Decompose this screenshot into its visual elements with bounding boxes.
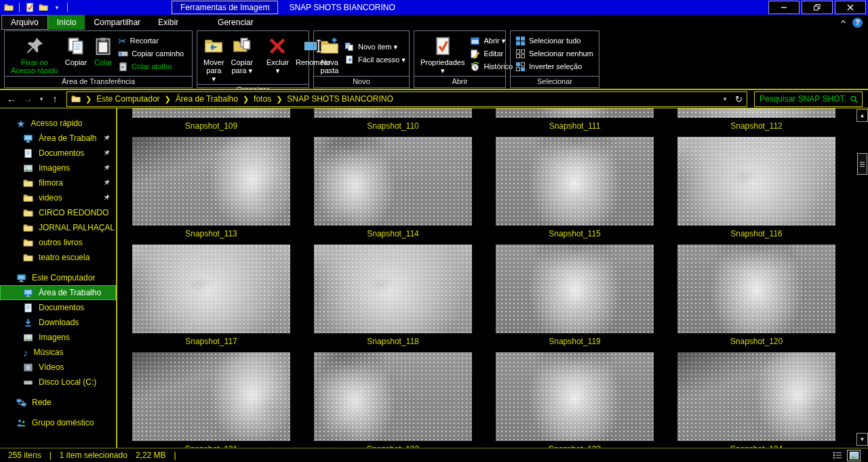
refresh-icon[interactable]: ↻ <box>735 94 743 104</box>
file-thumbnail[interactable] <box>496 108 654 118</box>
forward-button[interactable]: → <box>20 93 35 104</box>
minimize-button[interactable] <box>768 1 800 14</box>
tab-gerenciar[interactable]: Gerenciar <box>209 15 262 30</box>
vertical-scrollbar[interactable]: ▲ ▼ <box>856 108 868 448</box>
sidebar-section-computer[interactable]: Este Computador <box>0 270 116 285</box>
scrollbar-thumb[interactable] <box>857 153 867 175</box>
sidebar-section-star[interactable]: ★Acesso rápido <box>0 116 116 131</box>
ribbon-button-open[interactable]: Abrir ▾ <box>470 36 513 46</box>
file-thumbnail[interactable] <box>132 352 290 441</box>
file-thumbnail[interactable] <box>677 245 835 333</box>
ribbon-button-history[interactable]: Histórico <box>470 62 513 72</box>
caret-down-icon[interactable]: ▾ <box>52 2 62 13</box>
ribbon-button-properties[interactable]: Propriedades ▾ <box>418 33 467 75</box>
ribbon-button-pin[interactable]: Fixar no Acesso rápido <box>8 33 61 75</box>
file-item[interactable]: Snapshot_111 <box>496 108 654 131</box>
sidebar-item[interactable]: videos <box>0 190 116 205</box>
thumbnails-view-button[interactable] <box>848 450 860 461</box>
ribbon-button-new-item[interactable]: Novo item ▾ <box>344 42 406 52</box>
file-thumbnail[interactable] <box>132 245 290 333</box>
ribbon-button-invert-selection[interactable]: Inverter seleção <box>515 62 593 72</box>
sidebar-item[interactable]: JORNAL PALHAÇAL <box>0 220 116 235</box>
close-button[interactable] <box>835 1 866 14</box>
file-item[interactable]: Snapshot_116 <box>677 137 835 239</box>
breadcrumb-item[interactable]: Este Computador <box>96 94 159 104</box>
file-item[interactable]: Snapshot_120 <box>677 245 835 347</box>
sidebar-item[interactable]: filmora <box>0 175 116 190</box>
ribbon-button-new-folder[interactable]: Nova pasta <box>317 33 342 75</box>
file-thumbnail[interactable] <box>677 137 835 226</box>
recent-locations-button[interactable]: ▾ <box>37 96 46 102</box>
file-thumbnail[interactable] <box>314 108 472 118</box>
file-thumbnail[interactable] <box>314 137 472 226</box>
file-item[interactable]: Snapshot_113 <box>132 137 290 239</box>
address-dropdown-icon[interactable]: ▾ <box>720 96 730 102</box>
sidebar-item[interactable]: Área de Trabalho <box>0 285 116 300</box>
tab-compartilhar[interactable]: Compartilhar <box>85 15 149 30</box>
tab-início[interactable]: Início <box>48 15 85 30</box>
sidebar-item[interactable]: Documentos <box>0 300 116 315</box>
file-thumbnail[interactable] <box>677 108 835 118</box>
ribbon-button-copy-to[interactable]: Copiar para ▾ <box>229 33 256 83</box>
help-icon[interactable]: ? <box>852 18 863 28</box>
file-item[interactable]: Snapshot_124 <box>677 352 835 448</box>
file-item[interactable]: Snapshot_114 <box>314 137 472 239</box>
ribbon-button-paste-shortcut[interactable]: Colar atalho <box>118 62 184 72</box>
breadcrumb-item[interactable]: fotos <box>254 94 271 104</box>
ribbon-button-select-all[interactable]: Selecionar tudo <box>515 36 593 46</box>
scroll-down-button[interactable]: ▼ <box>856 433 868 446</box>
file-item[interactable]: Snapshot_115 <box>496 137 654 239</box>
file-item[interactable]: Snapshot_109 <box>132 108 290 131</box>
properties-icon[interactable] <box>24 2 35 13</box>
file-thumbnail[interactable] <box>496 245 654 333</box>
file-thumbnail[interactable] <box>677 352 835 441</box>
sidebar-item[interactable]: Downloads <box>0 315 116 330</box>
sidebar-section-homegroup[interactable]: Grupo doméstico <box>0 415 116 430</box>
file-thumbnail[interactable] <box>314 245 472 333</box>
file-item[interactable]: Snapshot_122 <box>314 352 472 448</box>
sidebar-section-network[interactable]: Rede <box>0 395 116 410</box>
collapse-ribbon-icon[interactable]: ^ <box>841 18 846 26</box>
restore-button[interactable] <box>802 1 833 14</box>
file-thumbnail[interactable] <box>132 108 290 118</box>
search-input[interactable] <box>758 93 847 104</box>
file-thumbnail[interactable] <box>132 137 290 226</box>
ribbon-button-copy[interactable]: Copiar <box>62 33 90 75</box>
file-thumbnail[interactable] <box>314 352 472 441</box>
tab-exibir[interactable]: Exibir <box>149 15 187 30</box>
sidebar-item[interactable]: teatro escuela <box>0 250 116 265</box>
file-item[interactable]: Snapshot_112 <box>677 108 835 131</box>
back-button[interactable]: ← <box>4 93 19 104</box>
scroll-up-button[interactable]: ▲ <box>856 109 868 122</box>
ribbon-button-select-none[interactable]: Selecionar nenhum <box>515 49 593 59</box>
sidebar-item[interactable]: Imagens <box>0 161 116 175</box>
sidebar-item[interactable]: ♪Músicas <box>0 345 116 360</box>
file-item[interactable]: Snapshot_119 <box>496 245 654 347</box>
ribbon-button-easy-access[interactable]: Fácil acesso ▾ <box>344 55 406 65</box>
file-thumbnail[interactable] <box>496 352 654 441</box>
folder-icon[interactable] <box>38 2 49 13</box>
sidebar-item[interactable]: Documentos <box>0 146 116 161</box>
file-item[interactable]: Snapshot_123 <box>496 352 654 448</box>
up-button[interactable]: ↑ <box>47 93 62 104</box>
ribbon-button-copy-path[interactable]: Copiar caminho <box>118 49 184 59</box>
file-thumbnail[interactable] <box>496 137 654 226</box>
search-icon[interactable] <box>850 95 859 104</box>
scrollbar-track[interactable] <box>856 122 868 432</box>
sidebar-item[interactable]: CIRCO REDONDO <box>0 205 116 220</box>
sidebar-item[interactable]: Área de Trabalho <box>0 131 116 146</box>
ribbon-button-move-to[interactable]: Mover para ▾ <box>201 33 227 83</box>
file-item[interactable]: Snapshot_110 <box>314 108 472 131</box>
ribbon-button-scissors[interactable]: ✂Recortar <box>118 36 184 46</box>
breadcrumb-item[interactable]: SNAP SHOTS BIANCORINO <box>287 94 393 104</box>
sidebar-item[interactable]: Disco Local (C:) <box>0 375 116 390</box>
file-item[interactable]: Snapshot_121 <box>132 352 290 448</box>
file-item[interactable]: Snapshot_118 <box>314 245 472 347</box>
sidebar-item[interactable]: Vídeos <box>0 360 116 375</box>
file-item[interactable]: Snapshot_117 <box>132 245 290 347</box>
ribbon-button-edit[interactable]: Editar <box>470 49 513 59</box>
address-bar[interactable]: ❯Este Computador❯Área de Trabalho❯fotos❯… <box>66 91 747 107</box>
tab-arquivo[interactable]: Arquivo <box>1 15 48 30</box>
breadcrumb-item[interactable]: Área de Trabalho <box>176 94 238 104</box>
details-view-button[interactable] <box>831 450 844 461</box>
